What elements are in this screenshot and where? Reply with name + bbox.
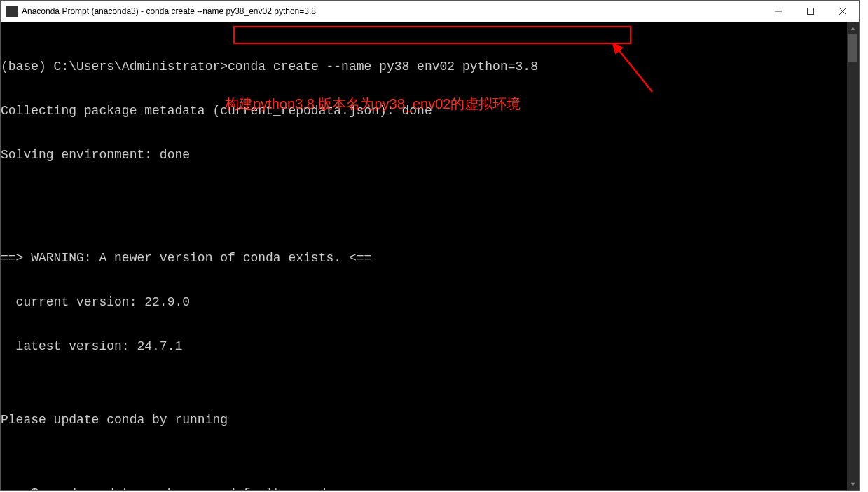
terminal-output: (base) C:\Users\Administrator>conda crea… xyxy=(1,22,847,490)
terminal-line: $ conda update -n base -c defaults conda xyxy=(1,486,847,490)
svg-rect-1 xyxy=(808,8,814,15)
scroll-down-arrow[interactable]: ▼ xyxy=(847,478,859,490)
terminal-line: ==> WARNING: A newer version of conda ex… xyxy=(1,251,847,266)
prompt-line: (base) C:\Users\Administrator>conda crea… xyxy=(1,60,847,74)
terminal-area[interactable]: (base) C:\Users\Administrator>conda crea… xyxy=(1,22,859,490)
terminal-line: Solving environment: done xyxy=(1,148,847,163)
terminal-line: current version: 22.9.0 xyxy=(1,295,847,310)
prompt-command: conda create --name py38_env02 python=3.… xyxy=(228,60,538,74)
window: Anaconda Prompt (anaconda3) - conda crea… xyxy=(0,0,860,491)
terminal-line: Please update conda by running xyxy=(1,413,847,428)
terminal-line: latest version: 24.7.1 xyxy=(1,339,847,354)
window-title: Anaconda Prompt (anaconda3) - conda crea… xyxy=(22,6,316,16)
terminal-line: Collecting package metadata (current_rep… xyxy=(1,104,847,118)
close-button[interactable] xyxy=(827,1,859,22)
maximize-button[interactable] xyxy=(794,1,827,22)
terminal-icon xyxy=(6,6,18,17)
scroll-up-arrow[interactable]: ▲ xyxy=(847,22,859,34)
minimize-button[interactable] xyxy=(762,1,794,22)
scroll-thumb[interactable] xyxy=(848,34,857,62)
titlebar[interactable]: Anaconda Prompt (anaconda3) - conda crea… xyxy=(1,1,859,22)
vertical-scrollbar[interactable]: ▲ ▼ xyxy=(847,22,859,490)
prompt-prefix: (base) C:\Users\Administrator> xyxy=(1,60,228,74)
